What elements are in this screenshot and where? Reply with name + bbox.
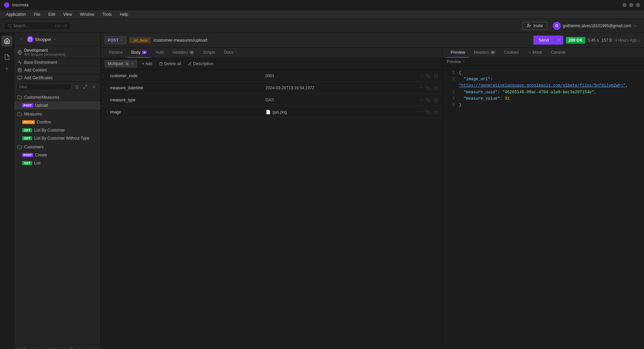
param-type-dropdown-0[interactable] [418,73,424,78]
chevron-down-icon [633,24,637,28]
tab-scripts[interactable]: Scripts [199,48,219,58]
sync-btn-3[interactable]: ↓ [95,347,97,349]
collection-button[interactable] [2,52,12,62]
param-actions-2 [424,96,442,104]
json-line-4: 4 "measure_value": 31 [448,96,639,102]
send-button[interactable]: Send [533,36,554,45]
preview-dropdown[interactable] [462,59,465,64]
sidebar-back-button[interactable] [17,36,25,43]
tab-docs[interactable]: Docs [220,48,237,58]
description-icon [188,62,192,66]
param-name-measure-type[interactable]: measure_type [107,96,263,104]
menu-edit[interactable]: Edit [45,11,59,17]
menu-file[interactable]: File [31,11,44,17]
sidebar-item-confirm[interactable]: PATCH Confirm [14,118,100,126]
sidebar-item-upload[interactable]: POST Upload [14,101,100,109]
expand-button[interactable] [82,83,89,91]
param-value-image: 📄 gas.png [263,108,419,116]
param-delete-button-2[interactable] [432,96,440,104]
sidebar-item-list[interactable]: GET List [14,159,100,167]
status-badge: 200 OK [566,37,585,44]
menu-view[interactable]: View [60,11,75,17]
dev-environment[interactable]: Development API Shopper [development] [14,46,100,59]
res-tab-cookies[interactable]: Cookies [500,48,523,58]
method-badge-create: POST [22,153,33,157]
base-environment-item[interactable]: Base Environment [14,59,100,66]
app-top-bar: Ctrl + P Invite G guilherme.alves1810199… [0,19,644,33]
drag-handle[interactable]: ⋮⋮ [101,86,107,90]
param-copy-button-2[interactable] [424,96,432,104]
param-name-customer-code[interactable]: customer_code [107,71,263,80]
home-button[interactable] [2,36,12,46]
group-customers: Customers POST Create GET List [14,143,100,167]
param-copy-button-3[interactable] [424,108,432,116]
menu-help[interactable]: Help [116,11,131,17]
drag-handle[interactable]: ⋮⋮ [101,73,107,78]
param-copy-button-0[interactable] [424,72,432,80]
res-tab-console[interactable]: Console [547,48,570,58]
param-name-image[interactable]: image [107,108,263,116]
folder-name-customer-measures: CustomerMeasures [24,95,59,100]
headers-res-badge: 8 [490,50,495,54]
url-input[interactable] [153,38,531,43]
tab-headers[interactable]: Headers 4 [169,48,198,58]
global-search-input[interactable] [13,23,53,28]
add-param-button[interactable]: + Add [140,60,154,67]
drag-handle[interactable]: ⋮⋮ [101,98,107,102]
sidebar-item-create[interactable]: POST Create [14,151,100,159]
invite-icon [527,23,531,28]
sort-button[interactable] [73,83,80,91]
workspace-chevron-icon [53,37,57,41]
base-url-badge[interactable]: _url_base [129,37,151,43]
sync-btn-2[interactable]: ↑ [92,347,94,349]
folder-customer-measures[interactable]: CustomerMeasures [14,93,100,101]
certificates-item[interactable]: Add Certificates [14,74,100,82]
workspace-selector[interactable]: Shopper [27,36,57,43]
sidebar-item-list-by-customer-no-type[interactable]: GET List By Customer Without Type [14,134,100,142]
multipart-selector[interactable]: Multipart 4 [105,60,137,67]
folder-measures[interactable]: Measures [14,110,100,118]
res-tab-mock[interactable]: → Mock [523,48,546,58]
param-copy-button-1[interactable] [424,84,432,92]
window-controls [623,3,640,7]
method-selector[interactable]: POST [105,36,126,44]
param-type-dropdown-1[interactable] [418,86,424,90]
res-tab-headers[interactable]: Headers 8 [470,48,499,58]
cookies-item[interactable]: Add Cookies [14,66,100,74]
svg-point-0 [8,24,11,27]
tab-auth[interactable]: Auth [152,48,168,58]
trash-icon [159,62,163,66]
add-new-button[interactable]: + [3,65,11,72]
param-delete-button-3[interactable] [432,108,440,116]
folder-customers[interactable]: Customers [14,143,100,151]
tab-body[interactable]: Body ● [127,48,151,58]
user-menu[interactable]: G guilherme.alves18101995@gmail.com [550,20,640,31]
param-type-dropdown-3[interactable] [418,110,424,114]
sync-btn-1[interactable]: ⟳ [87,347,90,349]
close-button[interactable] [636,3,640,7]
filter-input[interactable] [17,84,71,90]
param-delete-button-1[interactable] [432,84,440,92]
tab-params[interactable]: Params [105,48,126,58]
minimize-button[interactable] [623,3,627,7]
menu-tools[interactable]: Tools [99,11,115,17]
preview-label: Preview [447,59,461,64]
res-tab-preview[interactable]: Preview [447,48,469,58]
description-button[interactable]: Description [186,60,215,67]
maximize-button[interactable] [629,3,633,7]
param-type-dropdown-2[interactable] [418,98,424,102]
sidebar-item-list-by-customer[interactable]: GET List By Customer [14,126,100,134]
drag-handle[interactable]: ⋮⋮ [101,110,107,114]
method-badge-list-by-customer: GET [22,128,32,132]
menu-application[interactable]: Application [3,11,29,17]
invite-button[interactable]: Invite [522,22,547,30]
settings-button[interactable] [90,83,98,91]
param-delete-button-0[interactable] [432,72,440,80]
delete-all-button[interactable]: Delete all [157,60,183,67]
send-dropdown[interactable] [554,36,563,45]
param-name-measure-datetime[interactable]: measure_datetime [107,84,263,92]
image-url-link[interactable]: "https://generativelanguage.googleapis.c… [459,83,626,88]
menu-window[interactable]: Window [77,11,98,17]
dev-environment-desc: API Shopper [development] [24,53,65,56]
sidebar: Shopper Development API Shopper [develop… [14,33,101,349]
